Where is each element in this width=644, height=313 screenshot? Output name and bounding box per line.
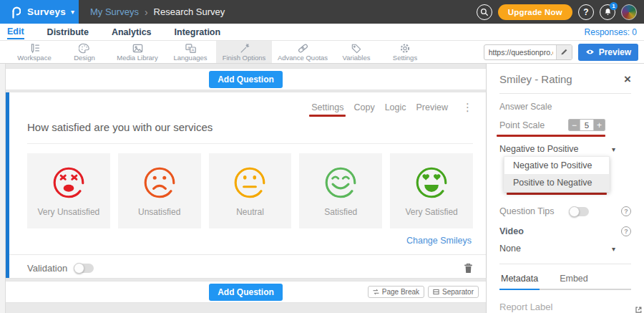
point-scale-stepper: − 5 +	[568, 119, 605, 131]
close-icon[interactable]: ×	[624, 73, 631, 85]
option-positive-to-negative[interactable]: Positive to Negative	[504, 174, 609, 191]
panel-divider	[499, 264, 631, 264]
answer-scale-heading: Answer Scale	[499, 102, 631, 112]
add-question-button-top[interactable]: Add Question	[209, 71, 283, 88]
chevron-down-icon: ▾	[71, 8, 74, 16]
smiley-satisfied-icon	[323, 165, 358, 201]
image-icon	[132, 43, 144, 54]
separator-button[interactable]: Separator	[428, 286, 479, 298]
more-options-icon[interactable]: ⋮	[462, 102, 473, 112]
upgrade-now-button[interactable]: Upgrade Now	[498, 4, 572, 20]
smiley-very-unsatisfied-icon	[51, 165, 87, 201]
tab-metadata[interactable]: Metadata	[499, 274, 540, 290]
question-footer: Validation	[9, 254, 486, 274]
tab-embed[interactable]: Embed	[558, 274, 590, 290]
tab-analytics[interactable]: Analytics	[112, 25, 152, 39]
question-tab-preview[interactable]: Preview	[416, 102, 448, 112]
survey-editor-area: Add Question Settings Copy Logic Preview…	[0, 64, 487, 313]
scale-direction-dropdown: Negative to Positive Positive to Negativ…	[504, 156, 610, 192]
user-avatar[interactable]	[621, 4, 637, 20]
tab-distribute[interactable]: Distribute	[47, 25, 89, 39]
help-icon[interactable]: ?	[578, 4, 594, 20]
question-title: How satisfied are you with our services	[27, 121, 213, 133]
magic-wand-icon	[238, 43, 250, 54]
toolbar-settings[interactable]: Settings	[379, 41, 431, 63]
smiley-option-neutral[interactable]: Neutral	[209, 153, 292, 228]
increment-button[interactable]: +	[594, 120, 605, 130]
validation-toggle[interactable]	[74, 264, 94, 273]
add-question-bar-top: Add Question	[6, 68, 486, 90]
smiley-scale: Very Unsatisfied Unsatisfied Neutral	[27, 153, 473, 228]
video-label: Video	[499, 226, 524, 236]
responses-count[interactable]: Responses: 0	[585, 27, 637, 37]
tab-edit[interactable]: Edit	[7, 24, 24, 39]
smiley-option-satisfied[interactable]: Satisfied	[299, 153, 382, 228]
breadcrumb: My Surveys › Research Survey	[79, 0, 225, 24]
gear-icon	[399, 43, 411, 54]
annotation-underline-point-scale	[497, 135, 605, 137]
option-negative-to-positive[interactable]: Negative to Positive	[504, 157, 609, 174]
video-select-value: None	[499, 244, 521, 254]
question-tab-settings[interactable]: Settings	[311, 102, 343, 112]
question-tips-row: Question Tips ?	[499, 206, 631, 216]
tab-integration[interactable]: Integration	[175, 25, 221, 39]
notification-badge: 1	[610, 2, 618, 10]
smiley-option-very-unsatisfied[interactable]: Very Unsatisfied	[27, 153, 110, 228]
question-tab-copy[interactable]: Copy	[353, 102, 374, 112]
edit-url-pencil-icon[interactable]	[556, 45, 572, 59]
question-tips-help-icon[interactable]: ?	[621, 206, 631, 216]
toolbar-languages[interactable]: aA Languages	[165, 41, 216, 63]
survey-url-box	[484, 44, 572, 60]
report-label-input[interactable]	[499, 300, 625, 313]
survey-url-input[interactable]	[484, 48, 556, 57]
toolbar-variables[interactable]: Variables	[333, 41, 379, 63]
page-break-button[interactable]: Page Break	[368, 286, 424, 298]
panel-divider	[499, 93, 631, 94]
questionpro-logo-icon	[10, 6, 21, 19]
product-menu[interactable]: Surveys ▾	[0, 0, 79, 24]
question-title-field[interactable]: How satisfied are you with our services	[27, 121, 473, 144]
point-scale-value[interactable]: 5	[580, 120, 594, 130]
search-icon[interactable]	[477, 4, 492, 20]
breadcrumb-my-surveys[interactable]: My Surveys	[90, 6, 139, 17]
video-help-icon[interactable]: ?	[621, 226, 631, 236]
preview-button[interactable]: Preview	[578, 44, 638, 61]
question-card[interactable]: Settings Copy Logic Preview ⋮ How satisf…	[6, 92, 486, 278]
video-select[interactable]: None ▾	[499, 244, 631, 254]
toolbar-workspace[interactable]: Workspace	[10, 41, 59, 63]
scale-direction-select[interactable]: Negative to Positive ▾	[499, 144, 631, 154]
delete-question-trash-icon[interactable]	[464, 263, 473, 274]
change-smileys-link[interactable]: Change Smileys	[406, 236, 472, 246]
add-question-button-bottom[interactable]: Add Question	[209, 284, 283, 301]
decrement-button[interactable]: −	[569, 120, 580, 130]
breadcrumb-current: Research Survey	[154, 6, 225, 17]
smiley-unsatisfied-icon	[142, 165, 177, 201]
chain-links-icon	[297, 43, 309, 54]
page-break-icon	[373, 289, 379, 295]
video-row: Video ?	[499, 226, 631, 236]
notifications-bell-icon[interactable]: 1	[600, 4, 615, 20]
question-tab-logic[interactable]: Logic	[385, 102, 406, 112]
toolbar-media-library[interactable]: Media Library	[110, 41, 165, 63]
add-question-bar-bottom: Add Question Page Break Separator	[6, 281, 486, 303]
panel-title: Smiley - Rating	[499, 73, 572, 85]
survey-nav: Edit Distribute Analytics Integration Re…	[0, 24, 644, 41]
editor-left-gutter	[0, 64, 6, 313]
toolbar-finish-options[interactable]: Finish Options	[216, 41, 272, 63]
edit-toolbar: Workspace Design Media Library aA Langua…	[0, 41, 644, 64]
toolbar-advance-quotas[interactable]: Advance Quotas	[272, 41, 333, 63]
metadata-tabs: Metadata Embed	[499, 271, 631, 290]
toolbar-design[interactable]: Design	[59, 41, 110, 63]
smiley-neutral-icon	[232, 165, 268, 201]
workspace-icon	[29, 43, 41, 54]
question-menu: Settings Copy Logic Preview ⋮	[9, 92, 486, 112]
question-tips-toggle[interactable]	[570, 207, 589, 216]
annotation-underline-settings	[309, 115, 346, 117]
eye-icon	[585, 49, 595, 55]
smiley-option-unsatisfied[interactable]: Unsatisfied	[118, 153, 201, 228]
palette-icon	[79, 43, 90, 54]
expand-icon[interactable]	[634, 305, 643, 313]
chevron-down-icon: ▾	[612, 145, 615, 153]
smiley-option-very-satisfied[interactable]: Very Satisfied	[390, 153, 473, 228]
point-scale-row: Point Scale − 5 +	[499, 119, 631, 131]
